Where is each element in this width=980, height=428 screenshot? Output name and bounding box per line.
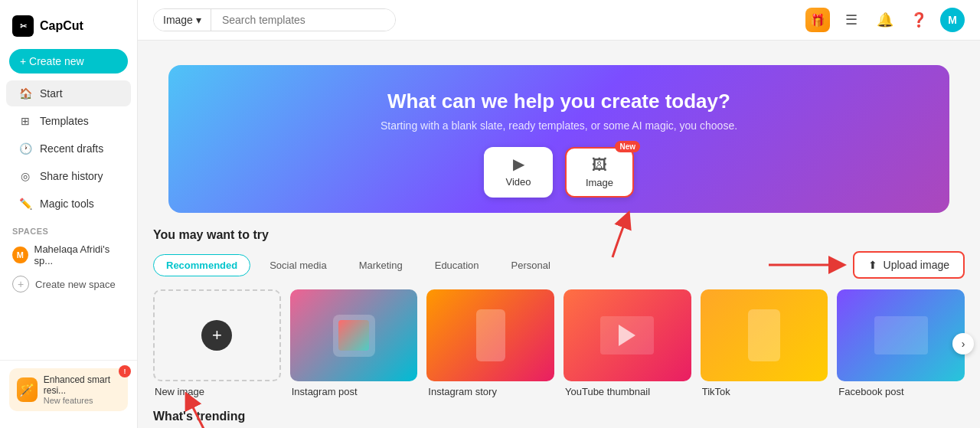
sidebar-item-magic-tools[interactable]: ✏️ Magic tools	[6, 191, 131, 217]
you-may-want-section: You may want to try Recommended Social m…	[153, 228, 965, 397]
tabs-left: Recommended Social media Marketing Educa…	[153, 254, 564, 276]
template-card-instagram-story[interactable]: Instagram story	[426, 289, 554, 397]
enhanced-icon: 🪄	[17, 377, 38, 402]
template-card-tiktok[interactable]: TikTok	[701, 289, 828, 397]
sidebar-item-share-history-label: Share history	[40, 170, 103, 182]
you-may-want-title: You may want to try	[153, 228, 965, 242]
templates-next-button[interactable]: ›	[952, 333, 974, 354]
template-card-youtube-thumbnail[interactable]: YouTube thumbnail	[564, 289, 691, 397]
tab-marketing[interactable]: Marketing	[346, 254, 416, 276]
bell-icon: 🔔	[877, 11, 893, 28]
youtube-thumb	[564, 289, 691, 381]
sidebar-item-recent-drafts-label: Recent drafts	[40, 142, 103, 155]
notification-dot: !	[119, 365, 131, 377]
hero-image-button[interactable]: New 🖼 Image	[565, 147, 634, 198]
hero-banner: What can we help you create today? Start…	[168, 65, 949, 213]
topbar-icons: 🎁 ☰ 🔔 ❓ M	[805, 8, 965, 32]
magic-icon: ✏️	[18, 197, 32, 211]
enhanced-card[interactable]: 🪄 Enhanced smart resi... New features !	[9, 368, 128, 411]
facebook-thumb	[837, 289, 965, 381]
sidebar: ✂ CapCut + Create new 🏠 Start ⊞ Template…	[0, 0, 138, 428]
template-card-facebook-post[interactable]: Facebook post	[837, 289, 965, 397]
tab-personal[interactable]: Personal	[498, 254, 564, 276]
hero-title: What can we help you create today?	[184, 90, 934, 113]
enhanced-title: Enhanced smart resi...	[44, 374, 120, 396]
layout-button[interactable]: ☰	[839, 8, 864, 32]
enhanced-info: Enhanced smart resi... New features	[44, 374, 120, 405]
hero-subtitle: Starting with a blank slate, ready templ…	[184, 119, 934, 132]
space-name: Mahelaqa Afridi's sp...	[34, 243, 125, 266]
gift-button[interactable]: 🎁	[805, 8, 830, 32]
template-card-instagram-post[interactable]: Instagram post	[290, 289, 418, 397]
user-avatar[interactable]: M	[940, 8, 965, 32]
logo-area: ✂ CapCut	[0, 9, 137, 49]
create-new-button[interactable]: + Create new	[9, 49, 128, 74]
create-space-label: Create new space	[35, 279, 116, 290]
instagram-post-thumb	[290, 289, 418, 381]
facebook-post-label: Facebook post	[837, 386, 965, 397]
template-grid: + New image	[153, 289, 965, 397]
new-image-thumb: +	[153, 289, 281, 381]
hero-image-label: Image	[586, 177, 613, 188]
spaces-label: Spaces	[0, 217, 137, 239]
sidebar-item-start-label: Start	[40, 87, 63, 100]
sidebar-item-templates[interactable]: ⊞ Templates	[6, 108, 131, 134]
image-icon: 🖼	[592, 156, 607, 174]
sidebar-item-share-history[interactable]: ◎ Share history	[6, 163, 131, 189]
tab-education[interactable]: Education	[422, 254, 492, 276]
tiktok-label: TikTok	[701, 386, 828, 397]
logo-icon: ✂	[12, 15, 34, 37]
instagram-story-label: Instagram story	[426, 386, 554, 397]
tab-social-media[interactable]: Social media	[256, 254, 339, 276]
sidebar-item-templates-label: Templates	[40, 115, 89, 127]
plus-circle-icon: +	[12, 276, 29, 292]
main-content: Image ▾ 🎁 ☰ 🔔 ❓ M What can we help you c	[138, 0, 980, 428]
create-space-button[interactable]: + Create new space	[0, 271, 137, 297]
sidebar-item-start[interactable]: 🏠 Start	[6, 80, 131, 106]
share-icon: ◎	[18, 169, 32, 183]
sidebar-item-magic-tools-label: Magic tools	[40, 198, 94, 210]
instagram-story-thumb	[426, 289, 554, 381]
hero-video-button[interactable]: ▶ Video	[484, 147, 553, 198]
hero-video-label: Video	[505, 176, 531, 188]
sidebar-bottom: 🪄 Enhanced smart resi... New features !	[0, 360, 137, 419]
enhanced-subtitle: New features	[44, 396, 120, 405]
templates-icon: ⊞	[18, 114, 32, 128]
sidebar-item-recent-drafts[interactable]: 🕐 Recent drafts	[6, 136, 131, 162]
upload-image-label: Upload image	[884, 259, 949, 271]
template-card-new-image[interactable]: + New image	[153, 289, 281, 397]
new-badge: New	[615, 141, 640, 152]
tiktok-thumb	[701, 289, 828, 381]
arrow-to-upload-button	[761, 250, 853, 280]
help-icon: ❓	[910, 11, 927, 28]
gift-icon: 🎁	[805, 8, 830, 32]
trending-title: What's trending	[153, 410, 965, 423]
layout-icon: ☰	[845, 11, 858, 28]
space-item[interactable]: M Mahelaqa Afridi's sp...	[0, 239, 137, 271]
youtube-thumbnail-label: YouTube thumbnail	[564, 386, 691, 397]
instagram-post-label: Instagram post	[290, 386, 418, 397]
new-image-label: New image	[153, 386, 281, 397]
new-image-plus-icon: +	[201, 320, 232, 351]
home-icon: 🏠	[18, 87, 32, 100]
search-area: Image ▾	[153, 8, 396, 31]
video-icon: ▶	[513, 155, 524, 173]
upload-icon: ⬆	[868, 259, 877, 271]
filter-tabs-area: Recommended Social media Marketing Educa…	[153, 251, 965, 279]
tab-recommended[interactable]: Recommended	[153, 254, 250, 276]
bell-button[interactable]: 🔔	[873, 8, 897, 32]
content-area: What can we help you create today? Start…	[138, 41, 980, 428]
search-input[interactable]	[211, 9, 395, 31]
topbar: Image ▾ 🎁 ☰ 🔔 ❓ M	[138, 0, 980, 41]
logo-text: CapCut	[40, 19, 83, 33]
upload-image-button[interactable]: ⬆ Upload image	[853, 251, 965, 279]
search-type-label: Image	[163, 14, 193, 26]
help-button[interactable]: ❓	[906, 8, 931, 32]
space-avatar: M	[12, 247, 28, 263]
hero-buttons: ▶ Video New 🖼 Image	[184, 147, 934, 198]
clock-icon: 🕐	[18, 142, 32, 155]
chevron-down-icon: ▾	[196, 14, 201, 26]
search-type-button[interactable]: Image ▾	[154, 9, 211, 31]
trending-section: What's trending	[153, 410, 965, 428]
